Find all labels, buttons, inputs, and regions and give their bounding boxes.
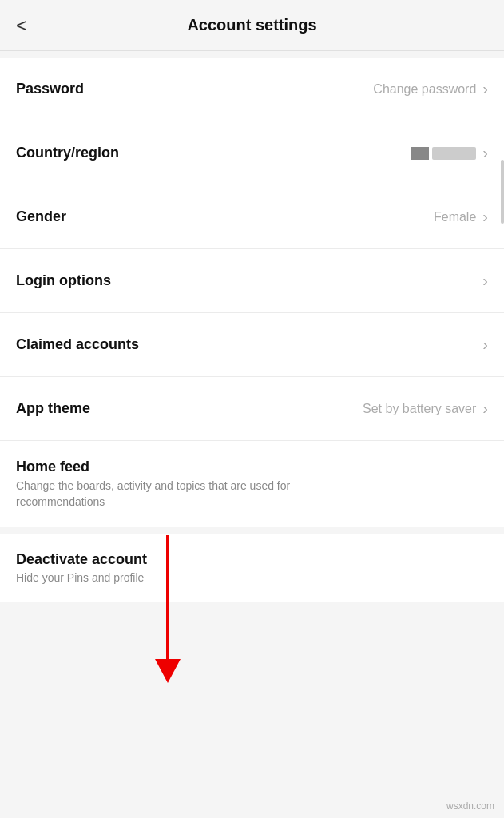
deactivate-account-item[interactable]: Deactivate account Hide your Pins and pr…: [0, 534, 504, 602]
app-theme-item-right: Set by battery saver ›: [363, 399, 488, 418]
claimed-accounts-item-right: ›: [482, 336, 488, 354]
settings-list: Password Change password › Country/regio…: [0, 58, 504, 527]
country-label: Country/region: [16, 145, 411, 161]
app-theme-label: App theme: [16, 400, 363, 417]
claimed-accounts-item[interactable]: Claimed accounts ›: [0, 313, 504, 377]
password-chevron-icon: ›: [482, 80, 488, 98]
login-options-item-left: Login options: [16, 272, 482, 289]
gender-value: Female: [434, 210, 476, 224]
scrollbar[interactable]: [501, 160, 504, 224]
flag-icon: [411, 147, 429, 160]
app-theme-value: Set by battery saver: [363, 402, 476, 416]
home-feed-label: Home feed: [16, 459, 488, 475]
password-item[interactable]: Password Change password ›: [0, 58, 504, 121]
gender-chevron-icon: ›: [482, 208, 488, 226]
gender-item-left: Gender: [16, 208, 434, 225]
claimed-accounts-label: Claimed accounts: [16, 336, 482, 353]
password-label: Password: [16, 81, 373, 97]
gender-item[interactable]: Gender Female ›: [0, 185, 504, 249]
header: < Account settings: [0, 0, 504, 51]
home-feed-item[interactable]: Home feed Change the boards, activity an…: [0, 441, 504, 527]
login-options-item[interactable]: Login options ›: [0, 249, 504, 313]
country-item[interactable]: Country/region ›: [0, 121, 504, 185]
deactivate-sublabel: Hide your Pins and profile: [16, 571, 488, 584]
flag-text-blur: [432, 147, 476, 160]
page-title: Account settings: [16, 16, 488, 34]
deactivate-label: Deactivate account: [16, 551, 488, 568]
claimed-accounts-chevron-icon: ›: [482, 336, 488, 354]
country-chevron-icon: ›: [482, 144, 488, 162]
back-button[interactable]: <: [16, 14, 27, 37]
country-item-right: ›: [411, 144, 488, 162]
home-feed-sublabel: Change the boards, activity and topics t…: [16, 478, 304, 510]
home-feed-item-left: Home feed Change the boards, activity an…: [16, 459, 488, 510]
password-item-right: Change password ›: [373, 80, 488, 98]
app-theme-item-left: App theme: [16, 400, 363, 417]
login-options-label: Login options: [16, 272, 482, 289]
password-item-left: Password: [16, 81, 373, 97]
country-item-left: Country/region: [16, 145, 411, 161]
claimed-accounts-item-left: Claimed accounts: [16, 336, 482, 353]
flag-container: [411, 147, 476, 160]
watermark: wsxdn.com: [446, 800, 494, 812]
app-theme-chevron-icon: ›: [482, 399, 488, 418]
app-theme-item[interactable]: App theme Set by battery saver ›: [0, 377, 504, 441]
gender-label: Gender: [16, 208, 434, 225]
arrow-head: [155, 659, 181, 683]
login-options-item-right: ›: [482, 272, 488, 290]
password-value: Change password: [373, 82, 476, 97]
login-options-chevron-icon: ›: [482, 272, 488, 290]
gender-item-right: Female ›: [434, 208, 488, 226]
